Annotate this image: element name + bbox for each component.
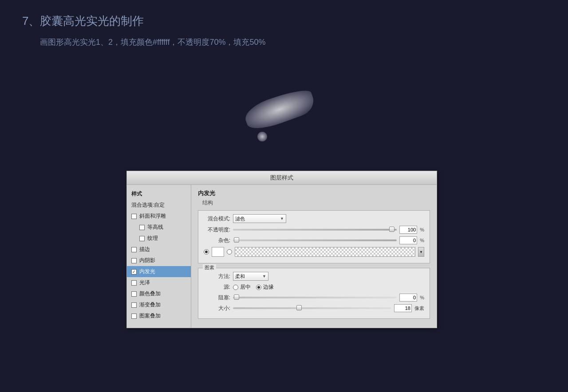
top-section: 7、胶囊高光实光的制作 画图形高光实光1、2，填充颜色#ffffff，不透明度7… <box>0 0 568 56</box>
sidebar-item-gradient-overlay[interactable]: 渐变叠加 <box>127 299 191 310</box>
highlight-shape-large <box>242 85 318 134</box>
size-thumb[interactable] <box>296 305 302 310</box>
contour-label: 等高线 <box>147 223 163 231</box>
inner-glow-label: 内发光 <box>139 268 155 275</box>
opacity-thumb[interactable] <box>389 227 394 232</box>
source-radio-group: 居中 边缘 <box>233 283 274 291</box>
choke-row: 阻塞: % <box>204 294 424 302</box>
step-title: 7、胶囊高光实光的制作 <box>22 13 546 29</box>
method-row: 方法: 柔和 ▼ <box>204 272 424 281</box>
choke-slider[interactable] <box>233 297 397 298</box>
method-label: 方法: <box>204 273 230 280</box>
satin-checkbox[interactable] <box>131 280 137 286</box>
method-dropdown[interactable]: 柔和 ▼ <box>233 272 268 281</box>
right-panel: 内发光 结构 混合模式: 滤色 ▼ 不透明度: <box>191 185 437 328</box>
bevel-emboss-checkbox[interactable] <box>131 214 137 219</box>
source-edge-option[interactable]: 边缘 <box>256 283 274 291</box>
noise-row: 杂色: % <box>204 236 424 244</box>
elements-group-label: 图素 <box>203 264 216 271</box>
panel-sub-title: 结构 <box>202 199 430 207</box>
highlight-shape-small <box>257 132 267 141</box>
sidebar-item-inner-glow[interactable]: 内发光 <box>127 266 191 277</box>
noise-slider[interactable] <box>233 239 397 241</box>
blend-mode-arrow-icon: ▼ <box>280 216 284 221</box>
solid-color-radio[interactable] <box>204 249 209 255</box>
source-edge-label: 边缘 <box>263 283 274 291</box>
gradient-overlay-label: 渐变叠加 <box>139 301 161 309</box>
noise-label: 杂色: <box>204 237 230 244</box>
size-slider[interactable] <box>233 307 391 309</box>
sidebar-header: 样式 <box>127 188 191 200</box>
sidebar-item-stroke[interactable]: 描边 <box>127 244 191 255</box>
noise-unit: % <box>420 238 424 243</box>
choke-input[interactable] <box>399 294 417 302</box>
blend-mode-label: 混合模式: <box>204 215 230 223</box>
color-row: ▼ <box>204 247 424 257</box>
blend-options-label: 混合选项:自定 <box>131 201 165 209</box>
highlight-shapes <box>217 87 351 158</box>
blend-mode-row: 混合模式: 滤色 ▼ <box>204 214 424 223</box>
pattern-overlay-checkbox[interactable] <box>131 314 137 319</box>
source-center-option[interactable]: 居中 <box>233 283 251 291</box>
step-subtitle: 画图形高光实光1、2，填充颜色#ffffff，不透明度70%，填充50% <box>40 37 546 47</box>
sidebar-item-contour[interactable]: 等高线 <box>127 222 191 233</box>
inner-glow-checkbox[interactable] <box>131 269 137 274</box>
bevel-emboss-label: 斜面和浮雕 <box>139 212 166 220</box>
gradient-swatch[interactable] <box>235 247 415 257</box>
sidebar-item-bevel-emboss[interactable]: 斜面和浮雕 <box>127 211 191 222</box>
inner-shadow-label: 内阴影 <box>139 257 155 264</box>
stroke-checkbox[interactable] <box>131 247 137 252</box>
dialog-titlebar: 图层样式 <box>127 171 437 185</box>
color-overlay-label: 颜色叠加 <box>139 290 161 298</box>
panel-section-title: 内发光 <box>198 189 430 197</box>
source-edge-radio[interactable] <box>256 285 261 290</box>
sidebar-item-pattern-overlay[interactable]: 图案叠加 <box>127 310 191 321</box>
opacity-slider[interactable] <box>233 229 397 231</box>
sidebar-item-color-overlay[interactable]: 颜色叠加 <box>127 288 191 299</box>
source-label: 源: <box>204 283 230 291</box>
sidebar-item-satin[interactable]: 光泽 <box>127 277 191 288</box>
canvas-area <box>0 56 568 189</box>
source-center-label: 居中 <box>240 283 251 291</box>
size-row: 大小: 像素 <box>204 304 424 312</box>
source-center-radio[interactable] <box>233 285 238 290</box>
gradient-radio[interactable] <box>227 249 232 255</box>
size-input[interactable] <box>394 304 412 312</box>
sidebar-item-texture[interactable]: 纹理 <box>127 233 191 244</box>
opacity-label: 不透明度: <box>204 226 230 234</box>
texture-checkbox[interactable] <box>139 236 145 241</box>
sidebar-item-inner-shadow[interactable]: 内阴影 <box>127 255 191 266</box>
inner-shadow-checkbox[interactable] <box>131 258 137 263</box>
opacity-unit: % <box>420 227 424 232</box>
white-color-swatch[interactable] <box>212 247 224 257</box>
choke-thumb[interactable] <box>234 294 239 300</box>
stroke-label: 描边 <box>139 246 150 253</box>
elements-group: 图素 方法: 柔和 ▼ 源: 居中 <box>198 268 430 319</box>
texture-label: 纹理 <box>147 235 158 242</box>
color-overlay-checkbox[interactable] <box>131 291 137 297</box>
source-row: 源: 居中 边缘 <box>204 283 424 291</box>
structure-group: 混合模式: 滤色 ▼ 不透明度: % 杂色: <box>198 210 430 263</box>
gradient-overlay-checkbox[interactable] <box>131 302 137 308</box>
pattern-overlay-label: 图案叠加 <box>139 312 161 320</box>
choke-unit: % <box>420 295 424 300</box>
opacity-row: 不透明度: % <box>204 226 424 234</box>
size-label: 大小: <box>204 305 230 312</box>
layer-style-dialog: 图层样式 样式 混合选项:自定 斜面和浮雕 等高线 纹理 <box>126 171 437 328</box>
sidebar-item-blend-options[interactable]: 混合选项:自定 <box>127 200 191 211</box>
contour-checkbox[interactable] <box>139 225 145 230</box>
blend-mode-value: 滤色 <box>235 216 245 222</box>
layer-style-sidebar: 样式 混合选项:自定 斜面和浮雕 等高线 纹理 描边 <box>127 185 191 328</box>
satin-label: 光泽 <box>139 279 150 286</box>
size-unit: 像素 <box>414 305 424 312</box>
noise-thumb[interactable] <box>234 237 239 243</box>
dialog-body: 样式 混合选项:自定 斜面和浮雕 等高线 纹理 描边 <box>127 185 437 328</box>
blend-mode-dropdown[interactable]: 滤色 ▼ <box>233 214 286 223</box>
noise-input[interactable] <box>399 236 417 244</box>
gradient-swatch-arrow[interactable]: ▼ <box>418 247 424 257</box>
method-value: 柔和 <box>235 273 245 280</box>
choke-label: 阻塞: <box>204 294 230 302</box>
opacity-input[interactable] <box>399 226 417 234</box>
method-arrow-icon: ▼ <box>262 274 266 278</box>
